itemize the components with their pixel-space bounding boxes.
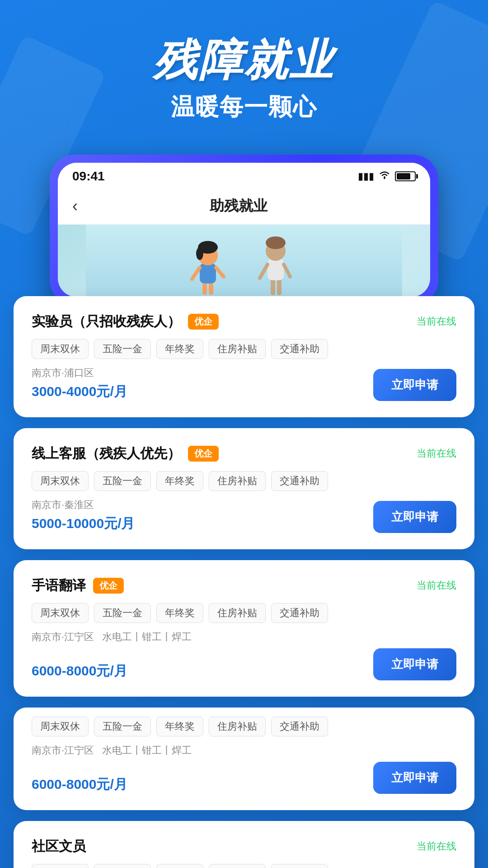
svg-rect-12 [271,278,275,295]
job-cards-section: 实验员（只招收残疾人） 优企 当前在线 周末双休 五险一金 年终奖 住房补贴 交… [0,296,488,868]
tags-row-1: 周末双休 五险一金 年终奖 住房补贴 交通补助 [32,339,456,359]
status-online-1: 当前在线 [417,315,456,328]
svg-rect-5 [200,263,216,283]
job-title-3: 手语翻译 [32,576,86,595]
apply-button-3[interactable]: 立即申请 [373,648,456,680]
hero-title: 残障就业 [18,36,470,84]
job-footer-3: 6000-8000元/月 立即申请 [32,648,456,680]
status-time: 09:41 [72,169,105,184]
tag: 周末双休 [32,717,89,736]
svg-rect-14 [267,259,284,280]
job-location-extra-4: 南京市·江宁区 水电工丨钳工丨焊工 [32,744,456,757]
job-salary-3: 6000-8000元/月 [32,662,127,680]
svg-point-0 [384,177,385,179]
job-salary-2: 5000-10000元/月 [32,514,135,533]
job-title-row-1: 实验员（只招收残疾人） 优企 [32,312,219,331]
job-card-5: 社区文员 当前在线 周末双休 五险一金 年终奖 住房补贴 交通补助 南京市·浦口… [14,821,474,868]
tags-row-3: 周末双休 五险一金 年终奖 住房补贴 交通补助 [32,603,456,623]
tag: 年终奖 [156,864,203,868]
job-footer-1: 南京市·浦口区 3000-4000元/月 立即申请 [32,366,456,401]
status-online-3: 当前在线 [417,579,456,592]
job-card-2: 线上客服（残疾人优先） 优企 当前在线 周末双休 五险一金 年终奖 住房补贴 交… [14,428,474,549]
nav-title: 助残就业 [87,196,390,216]
svg-rect-13 [277,278,282,295]
apply-button-2[interactable]: 立即申请 [373,501,456,533]
signal-icon: ▮▮▮ [358,170,374,182]
tag: 周末双休 [32,339,89,359]
tag: 年终奖 [156,717,203,736]
apply-button-1[interactable]: 立即申请 [373,369,456,401]
tag: 住房补贴 [209,603,266,623]
svg-point-11 [264,288,287,297]
tag: 住房补贴 [209,717,266,736]
job-title-1: 实验员（只招收残疾人） [32,312,181,331]
job-location-2: 南京市·秦淮区 [32,498,135,512]
job-title-row-3: 手语翻译 优企 [32,576,124,595]
tag: 五险一金 [94,603,151,623]
apply-button-4[interactable]: 立即申请 [373,762,456,794]
tag: 交通补助 [271,717,328,736]
phone-mockup: 09:41 ▮▮▮ [50,155,438,305]
svg-point-10 [196,247,203,260]
job-card-3: 手语翻译 优企 当前在线 周末双休 五险一金 年终奖 住房补贴 交通补助 南京市… [14,560,474,697]
job-card-5-header: 社区文员 当前在线 [32,837,456,856]
battery-icon [395,171,416,181]
job-card-4: 周末双休 五险一金 年终奖 住房补贴 交通补助 南京市·江宁区 水电工丨钳工丨焊… [14,708,474,810]
status-online-5: 当前在线 [417,840,456,853]
tags-row-5: 周末双休 五险一金 年终奖 住房补贴 交通补助 [32,864,456,868]
svg-point-18 [266,236,286,249]
tag: 五险一金 [94,471,151,491]
job-title-2: 线上客服（残疾人优先） [32,444,181,463]
banner-illustration [86,225,402,297]
badge-youqi-2: 优企 [188,446,219,462]
job-footer-4: 6000-8000元/月 立即申请 [32,762,456,794]
tag: 周末双休 [32,603,89,623]
tag: 年终奖 [156,339,203,359]
job-title-5: 社区文员 [32,837,86,856]
status-bar: 09:41 ▮▮▮ [58,163,430,188]
tag: 交通补助 [271,471,328,491]
job-salary-4: 6000-8000元/月 [32,775,127,794]
tag: 五险一金 [94,339,151,359]
hero-subtitle: 温暖每一颗心 [18,91,470,123]
tag: 周末双休 [32,471,89,491]
tag: 五险一金 [94,717,151,736]
tag: 五险一金 [94,864,151,868]
tag: 交通补助 [271,864,328,868]
tags-row-2: 周末双休 五险一金 年终奖 住房补贴 交通补助 [32,471,456,491]
job-location-1: 南京市·浦口区 [32,366,127,380]
tag: 交通补助 [271,339,328,359]
app-nav: ‹ 助残就业 [58,188,430,225]
wifi-icon [379,170,390,182]
status-online-2: 当前在线 [417,447,456,460]
job-title-row-2: 线上客服（残疾人优先） 优企 [32,444,219,463]
hero-section: 残障就业 温暖每一颗心 [0,0,488,141]
svg-rect-1 [86,225,402,297]
job-card-1-header: 实验员（只招收残疾人） 优企 当前在线 [32,312,456,331]
tag: 住房补贴 [209,471,266,491]
job-location-extra-3: 南京市·江宁区 水电工丨钳工丨焊工 [32,630,456,644]
tag: 年终奖 [156,603,203,623]
badge-youqi-1: 优企 [188,314,219,330]
badge-youqi-3: 优企 [93,578,124,594]
tag: 交通补助 [271,603,328,623]
tags-row-4: 周末双休 五险一金 年终奖 住房补贴 交通补助 [32,717,456,736]
tag: 住房补贴 [209,339,266,359]
job-salary-1: 3000-4000元/月 [32,382,127,401]
job-card-3-header: 手语翻译 优企 当前在线 [32,576,456,595]
job-card-2-header: 线上客服（残疾人优先） 优企 当前在线 [32,444,456,463]
tag: 年终奖 [156,471,203,491]
back-button[interactable]: ‹ [72,197,78,216]
banner-area [58,225,430,297]
status-icons: ▮▮▮ [358,170,416,182]
job-title-row-5: 社区文员 [32,837,86,856]
tag: 周末双休 [32,864,89,868]
tag: 住房补贴 [209,864,266,868]
job-footer-2: 南京市·秦淮区 5000-10000元/月 立即申请 [32,498,456,533]
job-card-1: 实验员（只招收残疾人） 优企 当前在线 周末双休 五险一金 年终奖 住房补贴 交… [14,296,474,417]
